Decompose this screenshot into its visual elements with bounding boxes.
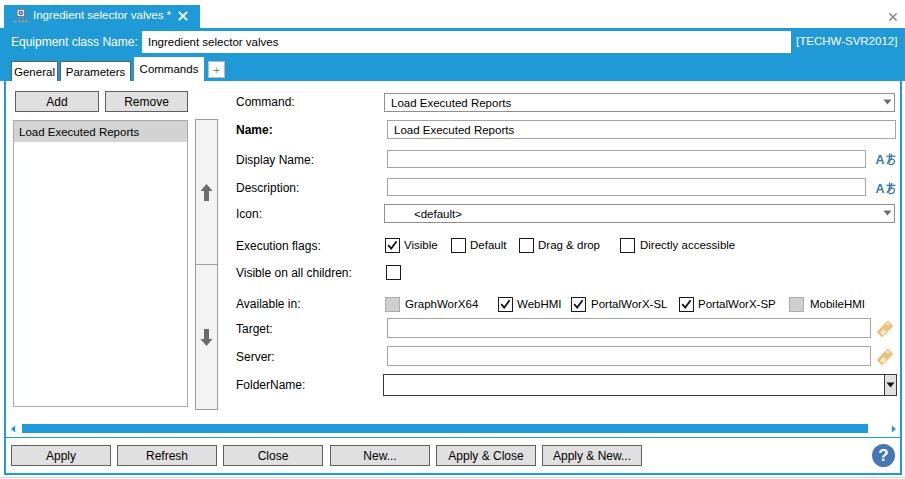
svg-text:A: A [876,153,885,167]
svg-text:A: A [876,182,885,196]
